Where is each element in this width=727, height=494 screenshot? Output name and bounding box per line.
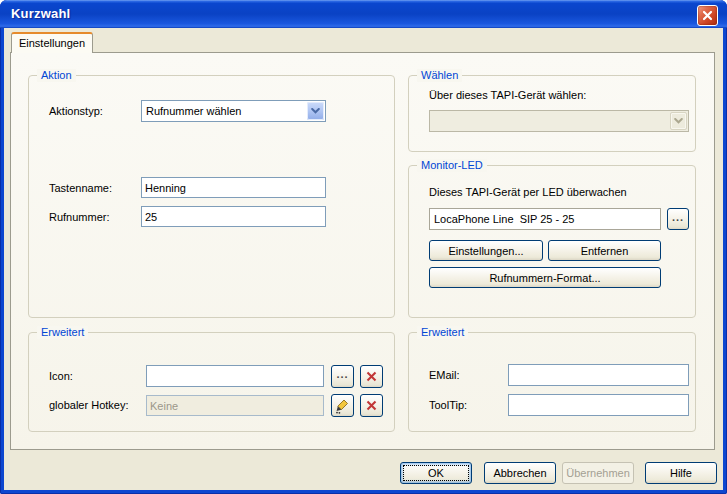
tooltip-label: ToolTip: [429,394,467,416]
icon-clear-button[interactable] [360,365,383,388]
monitored-device-field: LocaPhone Line SIP 25 - 25 [429,208,661,230]
email-input[interactable] [508,364,689,386]
group-erweitert-links: Erweitert Icon: ... globaler Hotkey: [28,332,395,432]
hotkey-clear-button[interactable] [360,394,383,417]
tastenname-label: Tastenname: [49,177,112,199]
monitor-device-browse-button[interactable]: ... [667,208,689,230]
aktionstyp-selected-value: Rufnummer wählen [142,102,306,120]
close-button[interactable] [697,5,718,26]
chevron-down-icon [674,118,683,124]
cancel-button[interactable]: Abbrechen [484,462,556,484]
hotkey-label: globaler Hotkey: [49,394,129,416]
apply-button: Übernehmen [562,462,634,484]
pencil-icon [335,398,350,414]
group-erweitert-rechts: Erweitert EMail: ToolTip: [408,332,696,432]
group-aktion: Aktion Aktionstyp: Rufnummer wählen Tast… [28,75,395,318]
group-aktion-title: Aktion [37,69,76,82]
email-label: EMail: [429,364,460,386]
title-bar[interactable]: Kurzwahl [0,0,727,28]
chevron-down-icon [311,108,320,114]
group-erweitert-links-title: Erweitert [37,326,88,339]
remove-x-icon [365,399,378,412]
aktionstyp-label: Aktionstyp: [49,100,103,122]
monitored-device-value: LocaPhone Line SIP 25 - 25 [434,213,574,225]
group-erweitert-rechts-title: Erweitert [417,326,468,339]
tooltip-input[interactable] [508,394,689,416]
group-waehlen: Wählen Über dieses TAPI-Gerät wählen: [408,75,696,152]
hotkey-input [146,395,324,416]
group-monitor-led-title: Monitor-LED [417,159,487,172]
tapi-device-dial-dropdown-button [670,112,687,130]
group-monitor-led: Monitor-LED Dieses TAPI-Gerät per LED üb… [408,165,696,318]
window-title: Kurzwahl [11,6,70,21]
ellipsis-icon: ... [672,211,684,223]
tab-label: Einstellungen [19,37,85,49]
hotkey-edit-button[interactable] [331,394,354,417]
rufnummer-input[interactable] [141,206,326,227]
rufnummern-format-button[interactable]: Rufnummern-Format... [429,267,661,288]
close-icon [702,10,713,21]
tab-einstellungen[interactable]: Einstellungen [11,32,93,53]
tastenname-input[interactable] [141,177,326,198]
help-button[interactable]: Hilfe [645,462,717,484]
entfernen-button[interactable]: Entfernen [548,240,661,261]
icon-label: Icon: [49,365,73,387]
ellipsis-icon: ... [336,368,348,380]
icon-input[interactable] [146,365,324,387]
monitor-led-description: Dieses TAPI-Gerät per LED überwachen [429,186,627,198]
ok-button[interactable]: OK [400,462,472,484]
aktionstyp-combobox[interactable]: Rufnummer wählen [141,100,326,122]
tapi-device-dial-combobox [429,110,689,132]
led-einstellungen-button[interactable]: Einstellungen... [429,240,543,261]
icon-browse-button[interactable]: ... [331,365,354,388]
dialog-window: Kurzwahl Einstellungen Aktion Aktionstyp… [0,0,727,494]
rufnummer-label: Rufnummer: [49,206,110,228]
group-waehlen-title: Wählen [417,69,462,82]
tapi-device-dial-label: Über dieses TAPI-Gerät wählen: [429,84,586,106]
remove-x-icon [365,370,378,383]
aktionstyp-dropdown-button[interactable] [307,102,324,120]
